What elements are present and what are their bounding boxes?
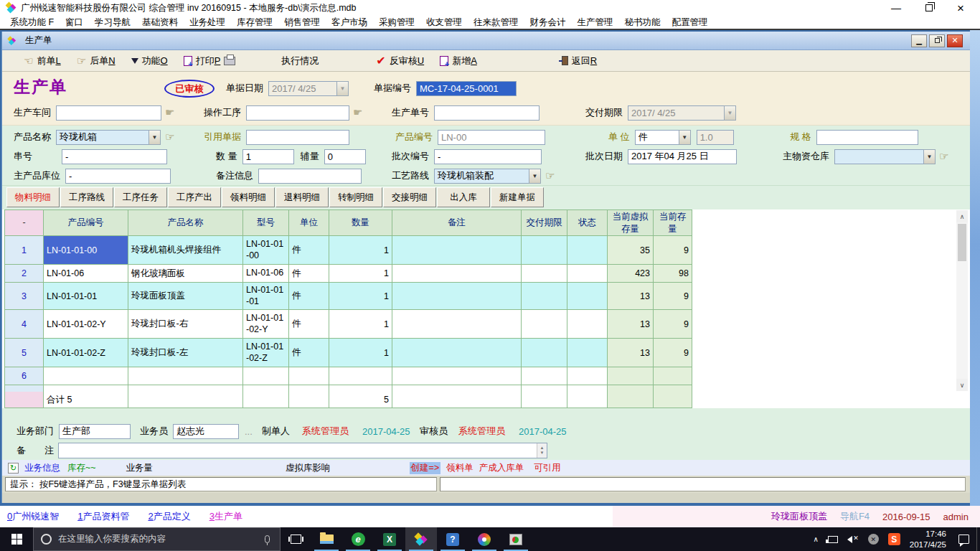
table-row[interactable]: 5LN-01-01-02-Z玲珑封口板-左LN-01-01-02-Z件1139 [5,339,692,367]
scroll-up-icon[interactable]: ∧ [956,210,968,222]
table-header-cell[interactable]: 备注 [392,210,522,236]
table-cell-model[interactable]: LN-01-01-02-Z [243,339,289,367]
menu-item-4[interactable]: 业务处理 [184,15,231,30]
table-cell-name[interactable]: 玲珑机箱机头焊接组件 [128,236,243,265]
table-scrollbar[interactable]: ∧ ∨ [956,210,968,391]
table-cell-name[interactable]: 玲珑封口板-左 [128,339,243,367]
order-no-field[interactable] [434,105,540,121]
table-row[interactable]: 6 [5,367,692,385]
aux-qty-field[interactable]: 0 [324,149,366,164]
detail-tab-0[interactable]: 物料明细 [6,187,60,207]
row-number-cell[interactable]: 5 [5,339,44,367]
table-cell-stock[interactable] [654,367,692,385]
doc-no-field[interactable]: MC-17-04-25-0001 [416,81,517,96]
taskbar-clock[interactable]: 17:46 2017/4/25 [910,529,946,550]
table-cell-name[interactable]: 玲珑封口板-右 [128,310,243,339]
detail-tab-6[interactable]: 转制明细 [329,187,382,207]
menu-item-13[interactable]: 秘书功能 [619,15,666,30]
volume-muted-icon[interactable]: ✕ [847,535,859,544]
table-cell-qty[interactable]: 1 [329,236,392,265]
table-cell-model[interactable]: LN-01-01-02-Y [243,310,289,339]
clerk-more-button[interactable]: ... [245,426,253,437]
doc-minimize-icon[interactable]: ▁ [911,34,927,47]
table-cell-note[interactable] [392,367,522,385]
table-cell-status[interactable] [567,236,608,265]
dept-field[interactable]: 生产部 [59,424,131,439]
unit-dropdown-icon[interactable]: ▼ [679,130,691,145]
memo-textarea[interactable]: ▲▼ [58,443,547,458]
detail-tab-2[interactable]: 工序任务 [114,187,167,207]
table-cell-note[interactable] [392,310,522,339]
menu-item-8[interactable]: 采购管理 [373,15,420,30]
table-cell-virtual[interactable]: 13 [608,310,654,339]
menu-item-6[interactable]: 销售管理 [278,15,326,30]
detail-tab-7[interactable]: 交接明细 [383,187,436,207]
detail-tab-1[interactable]: 工序路线 [60,187,113,207]
table-header-cell[interactable]: 型号 [243,210,289,236]
warehouse-picker-icon[interactable]: ☞ [939,150,948,163]
table-cell-qty[interactable] [329,367,392,385]
table-cell-deadline[interactable] [522,236,567,265]
chart-app-button[interactable] [500,527,532,551]
table-cell-deadline[interactable] [522,310,567,339]
window-tab-2[interactable]: 2产品定义 [148,510,190,523]
table-cell-status[interactable] [567,283,608,310]
table-cell-unit[interactable]: 件 [289,265,329,283]
table-cell-qty[interactable]: 1 [329,310,392,339]
product-picker-icon[interactable]: ☞ [165,131,174,143]
business-info-link[interactable]: 业务信息 [24,462,60,474]
table-header-cell[interactable]: 当前存量 [654,210,692,236]
tray-chevron-icon[interactable]: ∧ [814,535,819,543]
doc-close-icon[interactable]: ✕ [947,34,963,47]
table-cell-qty[interactable]: 1 [329,283,392,310]
table-cell-note[interactable] [392,339,522,367]
location-field[interactable]: - [65,169,171,184]
notification-center-icon[interactable] [958,534,969,544]
table-cell-status[interactable] [567,265,608,283]
row-number-cell[interactable]: 2 [5,265,44,283]
table-cell-name[interactable] [128,367,243,385]
serial-field[interactable]: - [62,149,167,164]
route-picker-icon[interactable]: ☞ [545,169,555,182]
table-cell-note[interactable] [392,283,522,310]
table-cell-stock[interactable]: 9 [654,283,692,310]
menu-item-3[interactable]: 基础资料 [136,15,184,30]
menu-item-12[interactable]: 生产管理 [572,15,619,30]
quote-link[interactable]: 可引用 [534,462,561,474]
table-cell-deadline[interactable] [522,283,567,310]
print-button[interactable]: 打印P [181,53,239,69]
table-cell-status[interactable] [567,310,608,339]
table-cell-code[interactable]: LN-01-06 [44,265,128,283]
table-cell-virtual[interactable]: 13 [608,339,654,367]
table-cell-qty[interactable]: 1 [329,339,392,367]
table-row[interactable]: 4LN-01-01-02-Y玲珑封口板-右LN-01-01-02-Y件1139 [5,310,692,339]
table-cell-model[interactable] [243,367,289,385]
minimize-icon[interactable]: — [891,3,901,13]
restore-icon[interactable] [925,4,933,11]
row-number-cell[interactable]: 4 [5,310,44,339]
settings-app-button[interactable]: ? [437,527,468,551]
product-name-combo[interactable]: 玲珑机箱 [56,130,149,145]
table-row[interactable]: 1LN-01-01-00玲珑机箱机头焊接组件LN-01-01-00件1359 [5,236,692,265]
table-cell-model[interactable]: LN-01-01-01 [243,283,289,310]
doc-restore-icon[interactable] [929,34,945,47]
unaudit-button[interactable]: ✔反审核U [373,52,427,69]
next-order-button[interactable]: ☞后单N [74,53,118,69]
table-cell-note[interactable] [392,265,522,283]
menu-item-11[interactable]: 财务会计 [524,15,572,30]
refresh-icon[interactable]: ↻ [8,463,19,474]
detail-tab-9[interactable]: 新建单据 [491,187,544,207]
file-explorer-button[interactable] [311,527,342,551]
menu-item-10[interactable]: 往来款管理 [468,15,524,30]
return-button[interactable]: 返回R [559,53,600,69]
batch-date-field[interactable]: 2017 年04 月25 日 [628,149,737,164]
table-cell-code[interactable]: LN-01-01-02-Z [44,339,128,367]
table-cell-virtual[interactable]: 35 [608,236,654,265]
unit-combo[interactable]: 件 [635,130,679,145]
table-cell-status[interactable] [567,339,608,367]
menu-item-5[interactable]: 库存管理 [231,15,278,30]
menu-item-9[interactable]: 收支管理 [420,15,468,30]
create-label[interactable]: 创建=> [410,462,441,474]
clerk-field[interactable]: 赵志光 [173,424,239,439]
table-header-cell[interactable]: 产品编号 [44,210,128,236]
